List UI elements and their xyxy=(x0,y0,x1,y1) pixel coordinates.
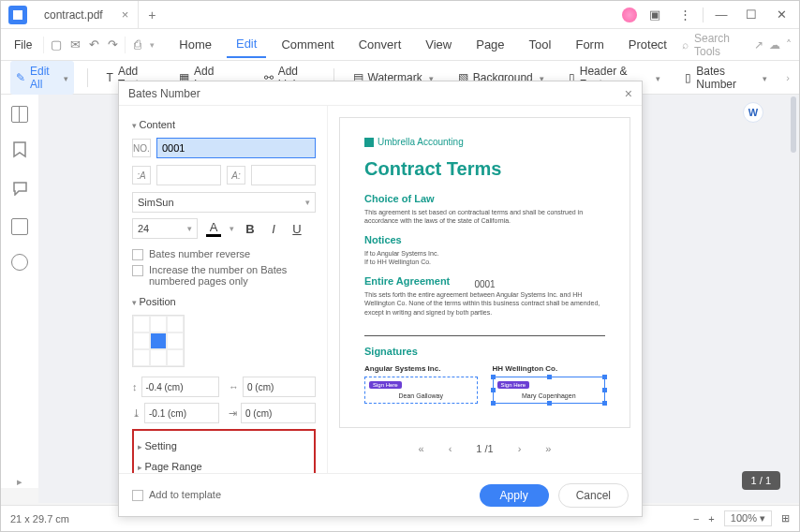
offset-y2-input[interactable]: -0.1 (cm) xyxy=(144,403,219,423)
setting-section-header[interactable]: Setting xyxy=(138,440,306,451)
bates-number-input[interactable] xyxy=(156,138,316,158)
undo-icon[interactable]: ↶ xyxy=(87,36,100,54)
signer-1: Dean Galloway xyxy=(369,392,473,399)
maximize-button[interactable]: ☐ xyxy=(739,3,763,27)
dialog-settings-panel: Content NO. :A A: SimSun▾ 24▾ A▾ B I U B… xyxy=(119,106,328,473)
minimize-button[interactable]: — xyxy=(709,3,733,27)
suffix-icon[interactable]: A: xyxy=(227,166,245,185)
section-1-body: This agreement is set based on contractu… xyxy=(364,208,605,225)
position-section-header[interactable]: Position xyxy=(132,296,316,307)
tab-close-icon[interactable]: × xyxy=(122,7,129,22)
share-icon[interactable]: ↗ xyxy=(754,38,763,52)
account-avatar-icon[interactable] xyxy=(622,7,637,22)
menu-protect[interactable]: Protect xyxy=(619,32,676,57)
offset-bottom-icon: ⤓ xyxy=(132,407,141,420)
font-select[interactable]: SimSun▾ xyxy=(132,192,316,213)
suffix-input[interactable] xyxy=(251,165,316,185)
menu-convert[interactable]: Convert xyxy=(349,32,411,57)
first-page-button[interactable]: « xyxy=(413,441,430,456)
new-tab-button[interactable]: + xyxy=(139,7,165,22)
search-icon[interactable]: ⌕ xyxy=(682,38,689,52)
launch-icon[interactable]: ▣ xyxy=(643,3,667,27)
zoom-level[interactable]: 100% ▾ xyxy=(724,510,772,526)
sign-here-tag-1: Sign Here xyxy=(369,381,402,389)
dialog-preview-panel: Umbrella Accounting Contract Terms Choic… xyxy=(328,106,642,473)
doc-title: Contract Terms xyxy=(364,158,605,180)
add-template-checkbox[interactable]: Add to template xyxy=(132,489,221,501)
scrollbar[interactable] xyxy=(791,96,796,452)
last-page-button[interactable]: » xyxy=(540,441,556,456)
company-logo-icon xyxy=(364,138,374,147)
document-tab[interactable]: contract.pdf × xyxy=(35,1,139,28)
font-size-select[interactable]: 24▾ xyxy=(132,218,198,239)
text-icon: T xyxy=(107,71,113,84)
menu-tool[interactable]: Tool xyxy=(520,32,561,57)
offset-y1-input[interactable]: -0.4 (cm) xyxy=(141,377,220,397)
chevron-up-icon[interactable]: ˄ xyxy=(786,38,792,52)
menu-comment[interactable]: Comment xyxy=(272,32,343,57)
menu-view[interactable]: View xyxy=(416,32,461,57)
edit-all-button[interactable]: ✎ Edit All xyxy=(10,61,74,95)
party-1-name: Angular Systems Inc. xyxy=(364,364,478,373)
italic-button[interactable]: I xyxy=(266,222,281,236)
rail-expand-icon[interactable]: ▸ xyxy=(17,476,22,488)
underline-button[interactable]: U xyxy=(289,222,304,236)
menu-page[interactable]: Page xyxy=(467,32,513,57)
bates-number-button[interactable]: ▯Bates Number xyxy=(679,61,773,95)
edit-icon: ✎ xyxy=(16,71,25,84)
signature-box-2: Sign Here Mary Copenhagen xyxy=(493,377,606,404)
offset-x2-input[interactable]: 0 (cm) xyxy=(241,403,316,423)
dialog-title: Bates Number xyxy=(128,87,200,100)
save-icon[interactable]: ▢ xyxy=(50,36,63,54)
section-2-title: Notices xyxy=(364,234,605,245)
bold-button[interactable]: B xyxy=(243,222,258,236)
prefix-input[interactable] xyxy=(156,165,221,185)
zoom-out-button[interactable]: − xyxy=(693,513,699,525)
thumbnails-icon[interactable] xyxy=(11,106,28,123)
zoom-in-button[interactable]: + xyxy=(708,513,714,525)
tab-filename: contract.pdf xyxy=(44,8,103,22)
menu-edit[interactable]: Edit xyxy=(227,31,266,58)
next-page-button[interactable]: › xyxy=(512,441,527,456)
position-grid[interactable] xyxy=(132,315,185,367)
cancel-button[interactable]: Cancel xyxy=(558,483,629,508)
search-placeholder[interactable]: Search Tools xyxy=(694,32,734,58)
reverse-checkbox[interactable]: Bates number reverse xyxy=(132,248,316,260)
page-range-section-header[interactable]: Page Range xyxy=(138,461,306,472)
cloud-icon[interactable]: ☁ xyxy=(769,38,780,52)
highlighted-sections: Setting Page Range xyxy=(132,429,316,473)
fit-icon[interactable]: ⊞ xyxy=(781,512,790,525)
signer-2: Mary Copenhagen xyxy=(497,392,601,399)
offset-x1-input[interactable]: 0 (cm) xyxy=(243,377,316,397)
file-menu[interactable]: File xyxy=(8,35,37,55)
increase-checkbox[interactable]: Increase the number on Bates numbered pa… xyxy=(132,264,316,287)
divider-line xyxy=(364,335,605,336)
bookmarks-icon[interactable] xyxy=(12,141,27,162)
page-dimensions: 21 x 29.7 cm xyxy=(10,513,69,525)
toolbar-next-icon[interactable]: › xyxy=(786,72,790,83)
word-export-icon[interactable]: W xyxy=(743,102,763,123)
content-section-header[interactable]: Content xyxy=(132,119,316,130)
menubar: File ▢ ✉ ↶ ↷ ⎙ ▾ Home Edit Comment Conve… xyxy=(1,29,799,61)
search-rail-icon[interactable] xyxy=(11,254,28,271)
titlebar: contract.pdf × + ▣ ⋮ — ☐ ✕ xyxy=(1,1,799,29)
menu-home[interactable]: Home xyxy=(170,32,221,57)
font-color-button[interactable]: A xyxy=(206,220,221,237)
section-2-body2: If to HH Wellington Co. xyxy=(364,258,605,266)
number-format-icon[interactable]: NO. xyxy=(132,139,151,157)
attachments-icon[interactable] xyxy=(11,218,28,235)
dialog-close-button[interactable]: × xyxy=(625,86,632,101)
party-2-name: HH Wellington Co. xyxy=(493,364,606,373)
apply-button[interactable]: Apply xyxy=(480,484,549,507)
offset-y-icon: ↕ xyxy=(132,381,138,392)
company-header: Umbrella Accounting xyxy=(364,137,605,147)
comments-icon[interactable] xyxy=(12,181,28,200)
more-icon[interactable]: ⋮ xyxy=(673,3,697,27)
prev-page-button[interactable]: ‹ xyxy=(443,441,458,456)
print-icon[interactable]: ⎙ xyxy=(131,36,144,54)
redo-icon[interactable]: ↷ xyxy=(106,36,119,54)
menu-form[interactable]: Form xyxy=(566,32,613,57)
prefix-icon[interactable]: :A xyxy=(132,166,151,185)
close-window-button[interactable]: ✕ xyxy=(769,3,793,27)
mail-icon[interactable]: ✉ xyxy=(68,36,81,54)
